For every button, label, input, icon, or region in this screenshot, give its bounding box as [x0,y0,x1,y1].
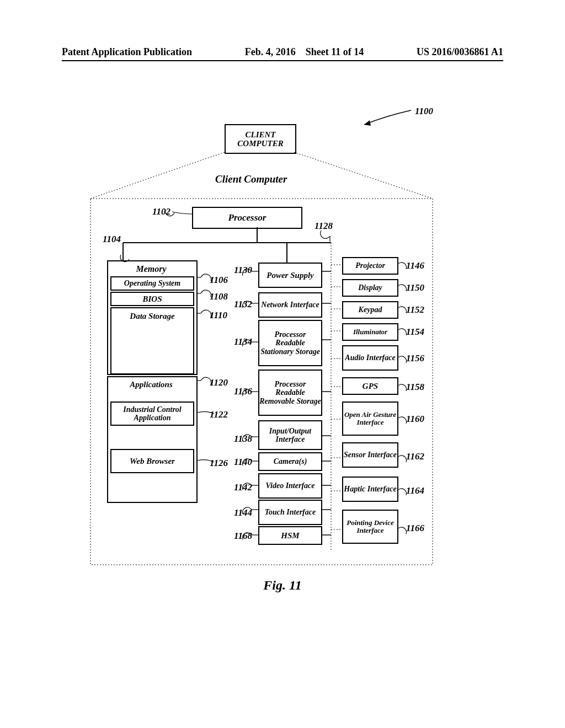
svg-line-1 [90,152,225,199]
ref-1132: 1132 [234,299,252,310]
block-sensor-interface: Sensor Interface [342,442,398,468]
pub-date: Feb. 4, 2016 [245,46,296,57]
ref-1126: 1126 [210,458,228,469]
block-touch-interface: Touch Interface [258,500,322,525]
ref-1142: 1142 [234,482,252,493]
ref-1160: 1160 [406,414,424,425]
block-video-interface: Video Interface [258,473,322,499]
block-io-interface: Input/Output Interface [258,420,322,450]
ref-1150: 1150 [406,282,424,293]
figure-caption: Fig. 11 [0,578,565,593]
block-industrial-control-app: Industrial Control Application [110,402,194,426]
ref-1128: 1128 [315,221,333,232]
block-open-air-gesture: Open Air Gesture Interface [342,402,398,436]
title-box: CLIENT COMPUTER [225,124,296,154]
block-web-browser: Web Browser [110,449,194,473]
block-cameras: Camera(s) [258,452,322,471]
ref-1108: 1108 [210,291,228,302]
ref-1134: 1134 [234,336,252,347]
ref-1102: 1102 [152,206,170,217]
ref-1136: 1136 [234,386,252,397]
block-projector: Projector [342,257,398,275]
ref-1138: 1138 [234,433,252,445]
pub-number: US 2016/0036861 A1 [417,46,503,58]
ref-1110: 1110 [210,310,227,321]
ref-1156: 1156 [406,353,424,364]
ref-1144: 1144 [234,507,252,518]
block-os: Operating System [110,276,194,291]
diagram-stage: CLIENT COMPUTER 1100 Client Computer Pro… [0,99,565,651]
block-display: Display [342,279,398,297]
block-illuminator: Illuminator [342,323,398,341]
sheet-number: Sheet 11 of 14 [306,46,364,57]
pub-type: Patent Application Publication [62,46,192,58]
ref-1164: 1164 [406,485,424,496]
block-data-storage: Data Storage [110,307,194,374]
page-header: Patent Application Publication Feb. 4, 2… [0,46,565,61]
block-pointing-device-interface: Pointing Device Interface [342,510,398,544]
block-apps-group [107,376,198,503]
block-applications: Applications [109,378,193,390]
block-memory: Memory [109,263,193,276]
block-keypad: Keypad [342,301,398,319]
block-pr-removable: Processor Readable Removable Storage [258,370,322,416]
svg-marker-3 [364,120,371,126]
ref-1120: 1120 [210,377,228,388]
ref-1130: 1130 [234,265,252,276]
ref-1100: 1100 [415,106,433,117]
ref-1140: 1140 [234,457,252,468]
block-power-supply: Power Supply [258,263,322,288]
block-network-interface: Network Interface [258,292,322,318]
svg-line-2 [294,152,433,199]
subtitle: Client Computer [215,173,287,185]
ref-1104: 1104 [103,234,121,245]
ref-1154: 1154 [406,326,424,338]
ref-1162: 1162 [406,451,424,462]
block-hsm: HSM [258,526,322,545]
block-audio-interface: Audio Interface [342,345,398,371]
ref-1122: 1122 [210,409,228,420]
block-bios: BIOS [110,292,194,306]
block-pr-stationary: Processor Readable Stationary Storage [258,320,322,366]
block-haptic-interface: Haptic Interface [342,477,398,502]
ref-1158: 1158 [406,382,424,393]
block-processor: Processor [192,207,302,229]
page: Patent Application Publication Feb. 4, 2… [0,0,565,728]
ref-1152: 1152 [406,304,424,315]
ref-1166: 1166 [406,523,424,534]
ref-1146: 1146 [406,260,424,271]
ref-1106: 1106 [210,275,228,286]
block-gps: GPS [342,377,398,395]
ref-1168: 1168 [234,531,252,542]
